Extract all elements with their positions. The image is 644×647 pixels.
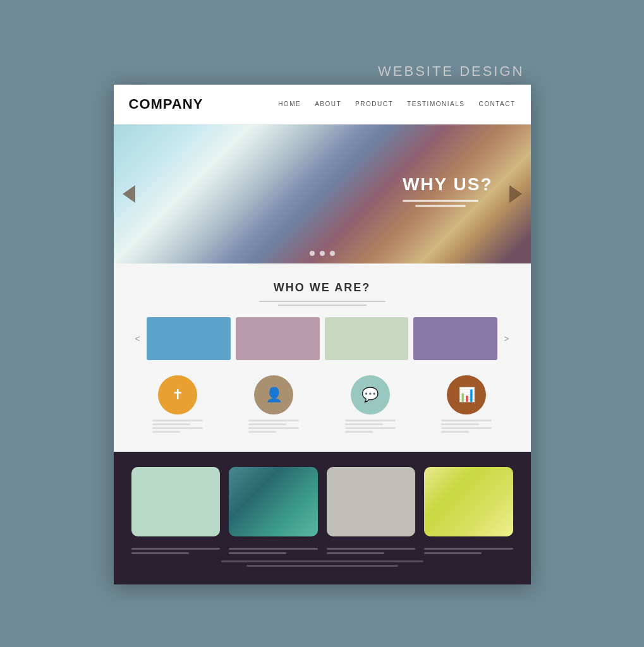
icon-lines-2: [248, 420, 299, 433]
line: [441, 431, 469, 433]
dot-2[interactable]: [320, 251, 325, 256]
icon-block-cross: ✝: [133, 375, 223, 433]
footer-card-yellow: [424, 467, 513, 536]
line: [248, 431, 276, 433]
footer-lines: [131, 548, 513, 554]
footer-line-group-4: [424, 548, 513, 554]
cards-next-arrow[interactable]: >: [501, 331, 511, 346]
line: [327, 552, 384, 554]
person-icon-circle[interactable]: 👤: [254, 375, 293, 414]
page-label: WEBSITE DESIGN: [378, 63, 524, 80]
icon-lines-4: [441, 420, 492, 433]
footer-line-group-1: [131, 548, 221, 554]
icons-row: ✝ 👤: [133, 375, 512, 433]
nav-home[interactable]: HOME: [278, 100, 301, 107]
line: [229, 548, 318, 550]
color-cards: [147, 317, 498, 360]
line: [345, 431, 373, 433]
cards-prev-arrow[interactable]: <: [133, 331, 143, 346]
color-card-sage: [325, 317, 409, 360]
who-title: WHO WE ARE?: [133, 281, 512, 294]
nav-testimonials[interactable]: TESTIMONIALS: [407, 100, 465, 107]
line: [424, 548, 513, 550]
nav-product[interactable]: PRODUCT: [355, 100, 393, 107]
who-section: WHO WE ARE? < > ✝: [114, 263, 531, 452]
website-mockup: COMPANY HOME ABOUT PRODUCT TESTIMONIALS …: [114, 85, 531, 584]
line: [152, 420, 203, 421]
icon-block-chat: 💬: [325, 375, 416, 433]
line: [131, 552, 189, 554]
hero-title: WHY US?: [403, 174, 493, 195]
hero-content: WHY US?: [403, 174, 493, 207]
icon-lines-3: [345, 420, 396, 433]
dot-3[interactable]: [330, 251, 335, 256]
line: [441, 423, 479, 425]
line: [152, 423, 190, 425]
slider-next-arrow[interactable]: [509, 185, 522, 203]
cross-icon-circle[interactable]: ✝: [158, 375, 197, 414]
nav: HOME ABOUT PRODUCT TESTIMONIALS CONTACT: [278, 100, 515, 107]
icon-block-person: 👤: [229, 375, 319, 433]
footer-line-group-2: [229, 548, 318, 554]
line: [441, 427, 492, 429]
line: [441, 420, 492, 421]
underline-line-2: [415, 205, 466, 207]
icon-block-chart: 📊: [422, 375, 512, 433]
color-cards-row: < >: [133, 317, 512, 360]
footer-cards: [131, 467, 513, 536]
footer-line-group-3: [327, 548, 416, 554]
hero-underline: [403, 200, 493, 207]
nav-contact[interactable]: CONTACT: [478, 100, 515, 107]
color-card-mauve: [236, 317, 320, 360]
dot-1[interactable]: [310, 251, 315, 256]
chart-icon-circle[interactable]: 📊: [447, 375, 486, 414]
divider-line-2: [278, 305, 367, 306]
line: [327, 548, 416, 550]
header: COMPANY HOME ABOUT PRODUCT TESTIMONIALS …: [114, 85, 531, 124]
footer-bottom-lines: [131, 560, 513, 567]
line: [248, 427, 299, 429]
who-divider: [133, 301, 512, 306]
line: [229, 552, 286, 554]
footer-card-teal: [229, 467, 318, 536]
hero-slider: WHY US?: [114, 124, 531, 263]
line: [131, 548, 221, 550]
footer-section: [114, 452, 531, 584]
nav-about[interactable]: ABOUT: [315, 100, 341, 107]
slider-dots: [310, 251, 335, 256]
line: [152, 427, 203, 429]
slider-prev-arrow[interactable]: [123, 185, 135, 203]
footer-card-gray: [327, 467, 416, 536]
footer-card-mint: [131, 467, 221, 536]
chat-icon-circle[interactable]: 💬: [351, 375, 390, 414]
color-card-purple: [413, 317, 497, 360]
line: [345, 427, 396, 429]
line: [424, 552, 482, 554]
line: [248, 420, 299, 421]
line: [152, 431, 180, 433]
line: [248, 423, 286, 425]
footer-bottom-line-2: [246, 565, 398, 567]
line: [345, 423, 383, 425]
company-name: COMPANY: [129, 96, 279, 112]
icon-lines-1: [152, 420, 203, 433]
color-card-blue: [147, 317, 231, 360]
footer-bottom-line-1: [221, 560, 423, 562]
divider-line-1: [259, 301, 386, 302]
underline-line-1: [403, 200, 478, 202]
line: [345, 420, 396, 421]
